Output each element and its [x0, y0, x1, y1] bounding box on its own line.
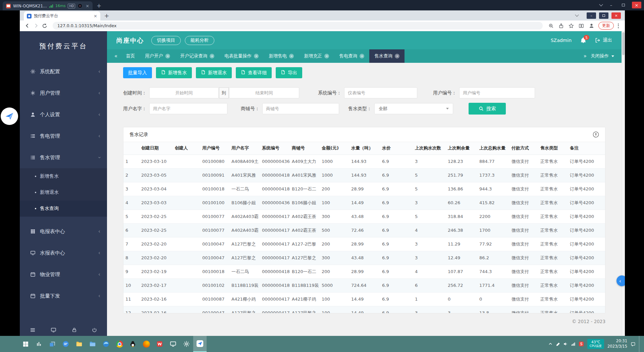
table-row[interactable]: 122023-02-1600100047A127巴黎之0000000417A12…	[123, 306, 605, 313]
firefox-icon[interactable]	[140, 336, 153, 352]
table-row[interactable]: 112023-02-1600100087A421椰小鸡0000000417A42…	[123, 292, 605, 306]
qq-icon[interactable]	[126, 336, 140, 352]
folder-icon[interactable]	[72, 336, 86, 352]
browser-new-tab-button[interactable]: +	[103, 12, 111, 20]
remote-close-button[interactable]: ×	[632, 2, 641, 8]
view-detail-button[interactable]: 查看详细	[236, 67, 272, 78]
task-stack-icon[interactable]	[46, 336, 59, 352]
cpu-temp-widget[interactable]: 43℃ CPU温度	[587, 339, 604, 349]
sidebar-item-water-report-center[interactable]: 水报表中心‹	[20, 242, 107, 264]
table-row[interactable]: 52023-02-2500100077A402A403霸0000000417A4…	[123, 210, 605, 223]
tab-close-icon[interactable]: ×	[210, 54, 214, 58]
tab-home[interactable]: 首页	[121, 49, 140, 63]
remote-minimize-button[interactable]: –	[608, 2, 614, 8]
export-button[interactable]: 导出	[276, 67, 302, 78]
profile-avatar-icon[interactable]	[587, 22, 595, 30]
tab-open-account-record-query[interactable]: 开户记录查询×	[175, 49, 219, 63]
tab-close-icon[interactable]: ×	[165, 54, 170, 58]
sidebar-subitem-new-water-refund[interactable]: 新增退水	[20, 184, 107, 201]
tab-close-icon[interactable]: ×	[360, 54, 364, 58]
tab-close-icon[interactable]: ×	[324, 54, 329, 58]
tab-search-chevron-icon[interactable]	[575, 13, 579, 16]
forward-button[interactable]	[32, 22, 40, 30]
power-button[interactable]	[92, 327, 97, 333]
menu-collapse-button[interactable]	[30, 327, 36, 333]
sidebar-item-system-config[interactable]: 系统配置‹	[20, 61, 107, 82]
tabs-scroll-right-icon[interactable]: »	[584, 53, 587, 59]
browser-maximize-button[interactable]	[599, 12, 608, 19]
browser-tab-close-icon[interactable]: ×	[94, 13, 97, 18]
tab-close-icon[interactable]: ×	[395, 54, 399, 58]
scrollbar-thumb[interactable]	[622, 32, 625, 55]
batch-import-button[interactable]: 批量导入	[123, 67, 152, 78]
bookmark-star-icon[interactable]	[567, 22, 575, 30]
new-water-sale-button[interactable]: 新增售水	[156, 67, 192, 78]
sidebar-subitem-water-sale-query[interactable]: 售水查询	[20, 201, 107, 217]
taskbar-clock[interactable]: 20:31 2023/3/15	[607, 339, 627, 349]
table-row[interactable]: 32023-03-0400100018一石二鸟0000000418B120一石二…	[123, 182, 605, 196]
refresh-button[interactable]	[41, 22, 49, 30]
tabs-scroll-left-icon[interactable]: «	[114, 53, 117, 59]
tab-new-electricity-sale[interactable]: 新增售电×	[264, 49, 299, 63]
table-row[interactable]: 102023-02-1700100102B118B119装0000000418B…	[123, 278, 605, 292]
user-name-input[interactable]	[149, 103, 227, 114]
browser-tab[interactable]: 预付费云平台 ×	[24, 11, 100, 20]
zoom-icon[interactable]	[547, 22, 555, 30]
record-indicator-icon[interactable]	[77, 3, 83, 8]
sidebar-item-batch-dispatch[interactable]: 批量下发‹	[20, 285, 107, 307]
table-row[interactable]: 22023-03-0500100091A401宋风雅0000000418A401…	[123, 168, 605, 182]
sidebar-item-user-management[interactable]: 用户管理‹	[20, 82, 107, 104]
sidebar-item-electricity-sale-management[interactable]: 售电管理‹	[20, 125, 107, 147]
settings-icon[interactable]	[180, 336, 193, 352]
remote-maximize-button[interactable]	[620, 2, 627, 8]
start-button[interactable]	[19, 336, 32, 352]
table-row[interactable]: 92023-02-1900100018一石二鸟0000000418B120一石二…	[123, 265, 605, 278]
remote-new-session-button[interactable]: +	[97, 2, 101, 9]
switch-project-button[interactable]: 切换项目	[151, 36, 181, 45]
notification-bell-button[interactable]: 5	[580, 37, 586, 43]
network-icon[interactable]	[571, 342, 576, 346]
tray-expand-icon[interactable]	[548, 342, 553, 346]
explorer-icon[interactable]	[86, 336, 99, 352]
user-no-input[interactable]	[459, 87, 535, 98]
browser-close-button[interactable]: ×	[611, 12, 621, 19]
close-operations-dropdown[interactable]: 关闭操作	[591, 53, 614, 59]
shop-no-input[interactable]	[262, 103, 339, 114]
table-row[interactable]: 82023-02-2000100047A127巴黎之0000000417A127…	[123, 251, 605, 265]
table-row[interactable]: 42023-03-0300100100B106滕小姐0000000436B106…	[123, 196, 605, 210]
sidebar-item-property-management[interactable]: 物业管理‹	[20, 264, 107, 285]
table-row[interactable]: 62023-02-2500100077A402A403霸0000000417A4…	[123, 223, 605, 237]
system-no-input[interactable]	[344, 87, 417, 98]
back-button[interactable]	[23, 22, 31, 30]
page-scrollbar[interactable]	[622, 31, 625, 336]
table-row[interactable]: 12023-03-1000100080A408A409土0000000436A4…	[123, 155, 605, 168]
browser-menu-icon[interactable]	[616, 22, 620, 30]
tab-close-icon[interactable]: ×	[254, 54, 259, 58]
ime-bars-icon[interactable]	[32, 336, 46, 352]
split-screen-icon[interactable]	[577, 22, 585, 30]
remote-menu-chevron-icon[interactable]	[599, 2, 603, 6]
chrome-icon[interactable]	[113, 336, 126, 352]
edge-icon[interactable]	[99, 336, 113, 352]
action-center-icon[interactable]	[631, 342, 636, 347]
display-icon[interactable]	[166, 336, 180, 352]
sidebar-item-electricity-report-center[interactable]: 电报表中心‹	[20, 221, 107, 242]
tab-new-recharge-reversal[interactable]: 新增充正×	[299, 49, 334, 63]
sogou-ime-icon[interactable]	[579, 341, 584, 347]
sidebar-subitem-new-water-sale[interactable]: 新增售水	[20, 168, 107, 184]
tab-electricity-sale-query[interactable]: 售电查询×	[334, 49, 369, 63]
remote-session-close-icon[interactable]: ×	[86, 3, 89, 8]
remote-tool-icon[interactable]	[193, 336, 207, 352]
browser-update-button[interactable]: 更新	[598, 22, 614, 30]
show-desktop-button[interactable]	[639, 336, 641, 352]
lock-button[interactable]	[72, 327, 77, 333]
tab-meter-batch-operation[interactable]: 电表批量操作×	[219, 49, 264, 63]
tab-close-icon[interactable]: ×	[289, 54, 294, 58]
address-bar[interactable]: 127.0.0.1:10315/Main/Index	[53, 22, 543, 30]
sidebar-item-personal-settings[interactable]: 个人设置‹	[20, 104, 107, 125]
wps-icon[interactable]	[153, 336, 166, 352]
energy-analysis-button[interactable]: 能耗分析	[185, 36, 214, 45]
end-time-input[interactable]	[229, 87, 299, 98]
start-time-input[interactable]	[149, 87, 219, 98]
remote-float-handle[interactable]: ‹	[616, 275, 625, 286]
